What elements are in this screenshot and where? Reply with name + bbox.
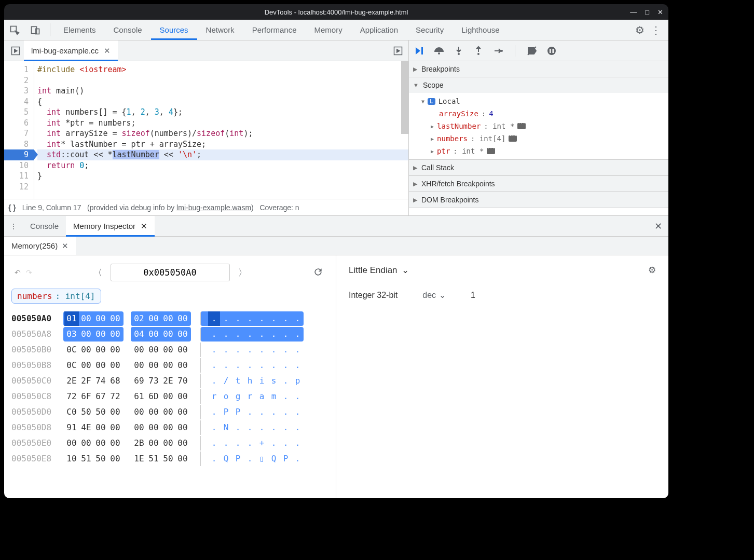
source-file-name: lmi-bug-example.cc xyxy=(31,46,99,55)
step-out-icon[interactable] xyxy=(473,46,484,56)
deactivate-breakpoints-icon[interactable] xyxy=(527,46,537,56)
drawer-more-icon[interactable]: ⋮ xyxy=(4,216,23,236)
svg-rect-12 xyxy=(550,49,551,53)
undo-icon[interactable]: ↶ xyxy=(15,268,21,277)
redo-icon[interactable]: ↷ xyxy=(26,268,32,277)
more-menu-icon[interactable]: ⋮ xyxy=(651,24,661,36)
step-over-icon[interactable] xyxy=(434,46,444,56)
hex-row[interactable]: 005050D0C050500000000000.PP..... xyxy=(11,404,328,420)
source-file-tab[interactable]: lmi-bug-example.cc ✕ xyxy=(24,40,118,61)
device-toolbar-icon[interactable] xyxy=(25,20,46,40)
page-back-icon[interactable]: 〈 xyxy=(93,267,102,279)
callstack-section-header[interactable]: ▶Call Stack xyxy=(409,160,668,175)
reveal-in-memory-icon[interactable] xyxy=(517,123,526,129)
devtools-tab-security[interactable]: Security xyxy=(407,20,453,40)
devtools-tab-console[interactable]: Console xyxy=(105,20,151,40)
close-drawer-icon[interactable]: ✕ xyxy=(648,216,668,236)
devtools-tab-lighthouse[interactable]: Lighthouse xyxy=(453,20,508,40)
window-title: DevTools - localhost:4000/lmi-bug-exampl… xyxy=(265,8,408,16)
scope-var-numbers[interactable]: ▶numbers: int[4] xyxy=(417,132,668,145)
scope-local-row[interactable]: ▼ L Local xyxy=(417,95,668,107)
pause-exceptions-icon[interactable] xyxy=(546,46,557,56)
scope-section-header[interactable]: ▼ Scope xyxy=(409,77,668,93)
svg-point-11 xyxy=(547,47,556,55)
window-titlebar: DevTools - localhost:4000/lmi-bug-exampl… xyxy=(4,4,668,20)
source-code-editor[interactable]: #include <iostream> int main(){ int numb… xyxy=(34,61,408,199)
value-settings-icon[interactable]: ⚙ xyxy=(648,265,656,276)
memory-buffer-tab[interactable]: Memory(256) ✕ xyxy=(4,237,76,255)
inspect-element-icon[interactable] xyxy=(4,20,25,40)
hex-row[interactable]: 005050C8726F6772616D0000rogram.. xyxy=(11,389,328,404)
radix-select[interactable]: dec ⌄ xyxy=(422,290,446,300)
svg-rect-5 xyxy=(421,47,423,54)
hex-row[interactable]: 005050E0000000002B000000....+... xyxy=(11,435,328,451)
svg-rect-1 xyxy=(32,26,37,33)
collapse-icon: ▶ xyxy=(413,66,417,73)
wasm-link[interactable]: lmi-bug-example.wasm xyxy=(176,203,251,212)
resume-icon[interactable] xyxy=(414,46,424,56)
hex-row[interactable]: 005050B80C00000000000000........ xyxy=(11,358,328,373)
hex-row[interactable]: 005050B00C00000000000000........ xyxy=(11,342,328,358)
dom-breakpoints-section-header[interactable]: ▶DOM Breakpoints xyxy=(409,192,668,208)
navigator-toggle-icon[interactable] xyxy=(7,40,24,61)
scrollbar-thumb[interactable] xyxy=(401,61,408,134)
drawer-tab-memory-inspector[interactable]: Memory Inspector ✕ xyxy=(66,216,155,236)
hex-row[interactable]: 005050C02E2F746869732E70./this.p xyxy=(11,373,328,389)
local-badge-icon: L xyxy=(428,98,435,105)
close-tab-icon[interactable]: ✕ xyxy=(141,222,147,231)
pretty-print-icon[interactable]: { } xyxy=(8,203,16,212)
settings-icon[interactable]: ⚙ xyxy=(635,24,645,36)
hex-row[interactable]: 005050D8914E000000000000.N...... xyxy=(11,420,328,435)
step-icon[interactable] xyxy=(493,46,503,56)
debugger-toggle-icon[interactable] xyxy=(388,40,408,61)
svg-point-6 xyxy=(438,52,440,54)
address-input[interactable] xyxy=(111,264,230,281)
window-close-icon[interactable]: ✕ xyxy=(657,8,663,16)
cursor-position: Line 9, Column 17 xyxy=(22,203,81,212)
coverage-status: Coverage: n xyxy=(259,203,299,212)
editor-status-bar: { } Line 9, Column 17 (provided via debu… xyxy=(4,199,408,215)
drawer-tabbar: ⋮ Console Memory Inspector ✕ ✕ xyxy=(4,216,668,237)
refresh-icon[interactable] xyxy=(313,267,323,279)
svg-point-9 xyxy=(501,50,503,52)
line-number-gutter[interactable]: 123456789101112 xyxy=(4,61,34,199)
breakpoints-section-header[interactable]: ▶ Breakpoints xyxy=(409,61,668,77)
hex-row[interactable]: 005050E8105150001E515000.QP.▯QP. xyxy=(11,451,328,467)
svg-rect-13 xyxy=(553,49,554,53)
value-type-label: Integer 32-bit xyxy=(349,291,397,300)
chevron-down-icon: ⌄ xyxy=(439,290,446,300)
hex-viewer[interactable]: 005050A00100000002000000........005050A8… xyxy=(11,311,328,467)
devtools-tab-network[interactable]: Network xyxy=(197,20,243,40)
endianness-select[interactable]: Little Endian ⌄ xyxy=(349,265,409,276)
integer-value: 1 xyxy=(471,291,475,300)
xhr-breakpoints-section-header[interactable]: ▶XHR/fetch Breakpoints xyxy=(409,176,668,192)
devtools-tab-memory[interactable]: Memory xyxy=(306,20,351,40)
highlighted-object-chip[interactable]: numbers : int[4] xyxy=(11,289,101,304)
step-into-icon[interactable] xyxy=(454,46,464,56)
drawer-tab-console[interactable]: Console xyxy=(23,216,66,236)
devtools-tab-application[interactable]: Application xyxy=(351,20,407,40)
close-tab-icon[interactable]: ✕ xyxy=(104,46,111,56)
scope-var-lastNumber[interactable]: ▶lastNumber: int * xyxy=(417,120,668,132)
window-minimize-icon[interactable]: — xyxy=(630,8,637,16)
close-tab-icon[interactable]: ✕ xyxy=(62,241,68,251)
svg-point-8 xyxy=(477,53,479,55)
scope-var-arraySize[interactable]: arraySize: 4 xyxy=(417,107,668,120)
debugger-toolbar xyxy=(409,40,668,61)
chevron-down-icon: ⌄ xyxy=(402,265,409,276)
devtools-tabbar: ElementsConsoleSourcesNetworkPerformance… xyxy=(4,20,668,40)
hex-row[interactable]: 005050A00100000002000000........ xyxy=(11,311,328,326)
devtools-tab-performance[interactable]: Performance xyxy=(243,20,306,40)
scope-var-ptr[interactable]: ▶ptr: int * xyxy=(417,145,668,157)
hex-row[interactable]: 005050A80300000004000000........ xyxy=(11,326,328,342)
reveal-in-memory-icon[interactable] xyxy=(509,135,517,142)
page-forward-icon[interactable]: 〉 xyxy=(238,267,247,279)
reveal-in-memory-icon[interactable] xyxy=(487,148,495,154)
devtools-tab-sources[interactable]: Sources xyxy=(151,20,197,40)
expand-icon: ▼ xyxy=(413,82,419,88)
window-maximize-icon[interactable]: □ xyxy=(645,8,649,16)
devtools-tab-elements[interactable]: Elements xyxy=(54,20,105,40)
svg-point-7 xyxy=(458,53,460,55)
